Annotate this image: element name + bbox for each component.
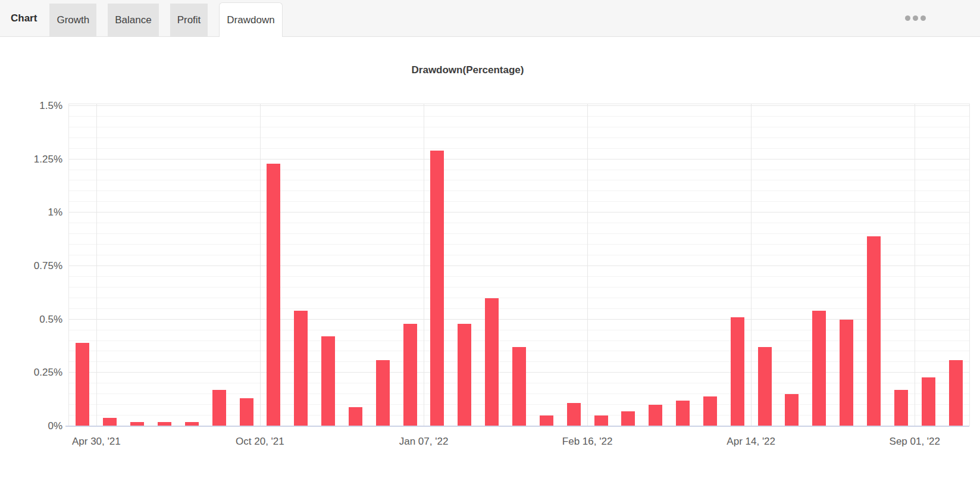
y-tick-label: 1.5% xyxy=(12,100,62,112)
drawdown-bar[interactable] xyxy=(867,236,881,426)
tab-balance[interactable]: Balance xyxy=(108,4,158,36)
minor-gridline xyxy=(69,201,969,202)
ellipsis-menu-icon[interactable] xyxy=(905,15,926,21)
drawdown-bar[interactable] xyxy=(512,347,526,426)
y-tick-label: 1.25% xyxy=(12,154,62,165)
minor-gridline xyxy=(69,180,969,180)
drawdown-bar[interactable] xyxy=(267,164,280,426)
minor-gridline xyxy=(69,330,969,330)
drawdown-bar[interactable] xyxy=(621,411,635,426)
x-tick-label: Jan 07, '22 xyxy=(358,436,489,448)
drawdown-bar[interactable] xyxy=(922,377,935,427)
x-tick-label: Apr 14, '22 xyxy=(685,436,816,448)
x-gridline xyxy=(260,104,261,426)
drawdown-bar[interactable] xyxy=(540,415,553,426)
x-gridline xyxy=(96,104,97,426)
drawdown-bar[interactable] xyxy=(785,394,799,426)
drawdown-bar[interactable] xyxy=(458,324,471,426)
minor-gridline xyxy=(69,244,969,245)
x-gridline xyxy=(587,104,588,426)
drawdown-bar[interactable] xyxy=(321,336,335,426)
x-axis-line xyxy=(65,426,969,427)
tab-profit[interactable]: Profit xyxy=(170,4,208,36)
drawdown-bar[interactable] xyxy=(812,311,826,426)
x-gridline xyxy=(424,104,424,426)
drawdown-bar[interactable] xyxy=(567,403,581,426)
minor-gridline xyxy=(69,255,969,255)
drawdown-bar[interactable] xyxy=(703,396,717,426)
drawdown-bar[interactable] xyxy=(758,347,772,426)
drawdown-bar[interactable] xyxy=(294,311,308,426)
drawdown-bar[interactable] xyxy=(840,320,853,426)
minor-gridline xyxy=(69,223,969,223)
drawdown-bar[interactable] xyxy=(949,360,963,426)
major-gridline xyxy=(69,159,969,160)
tab-bar: Chart GrowthBalanceProfitDrawdown xyxy=(0,0,980,37)
tab-list: GrowthBalanceProfitDrawdown xyxy=(49,0,293,36)
minor-gridline xyxy=(69,138,969,138)
major-gridline xyxy=(69,212,969,213)
x-gridline xyxy=(751,104,752,426)
tab-drawdown[interactable]: Drawdown xyxy=(219,2,282,37)
drawdown-bar[interactable] xyxy=(594,415,608,426)
minor-gridline xyxy=(69,308,969,309)
drawdown-bar[interactable] xyxy=(76,343,89,426)
y-tick-label: 0.75% xyxy=(12,260,62,272)
minor-gridline xyxy=(69,340,969,341)
x-tick-label: Apr 30, '21 xyxy=(31,436,162,448)
drawdown-bar[interactable] xyxy=(240,398,253,426)
drawdown-bar[interactable] xyxy=(103,418,117,426)
drawdown-bar[interactable] xyxy=(430,151,444,426)
drawdown-bar[interactable] xyxy=(376,360,390,426)
minor-gridline xyxy=(69,287,969,288)
x-tick-label: Oct 20, '21 xyxy=(195,436,325,448)
dot xyxy=(905,15,910,21)
dot xyxy=(913,15,918,21)
drawdown-bar[interactable] xyxy=(349,407,362,426)
major-gridline xyxy=(69,105,969,106)
minor-gridline xyxy=(69,170,969,170)
y-tick-label: 0.25% xyxy=(12,367,62,379)
drawdown-bar[interactable] xyxy=(212,390,226,426)
minor-gridline xyxy=(69,116,969,117)
section-label-chart: Chart xyxy=(11,13,37,24)
x-tick-label: Feb 16, '22 xyxy=(522,436,653,448)
major-gridline xyxy=(69,319,969,320)
y-tick-label: 0.5% xyxy=(12,314,62,326)
major-gridline xyxy=(69,265,969,266)
y-tick-label: 0% xyxy=(12,420,62,432)
drawdown-bar[interactable] xyxy=(676,401,690,426)
y-tick-label: 1% xyxy=(12,207,62,218)
plot-area: 0%0.25%0.5%0.75%1%1.25%1.5%Apr 30, '21Oc… xyxy=(68,104,970,426)
chart-title: Drawdown(Percentage) xyxy=(0,64,935,76)
minor-gridline xyxy=(69,190,969,191)
drawdown-bar[interactable] xyxy=(649,405,662,426)
minor-gridline xyxy=(69,276,969,277)
drawdown-bar[interactable] xyxy=(403,324,417,426)
minor-gridline xyxy=(69,148,969,149)
x-gridline xyxy=(915,104,915,426)
minor-gridline xyxy=(69,298,969,298)
drawdown-bar[interactable] xyxy=(731,317,744,426)
drawdown-bar[interactable] xyxy=(894,390,908,426)
drawdown-bar[interactable] xyxy=(485,298,499,426)
minor-gridline xyxy=(69,233,969,234)
minor-gridline xyxy=(69,127,969,127)
tab-growth[interactable]: Growth xyxy=(49,4,96,36)
x-tick-label: Sep 01, '22 xyxy=(849,436,980,448)
dot xyxy=(920,15,926,21)
